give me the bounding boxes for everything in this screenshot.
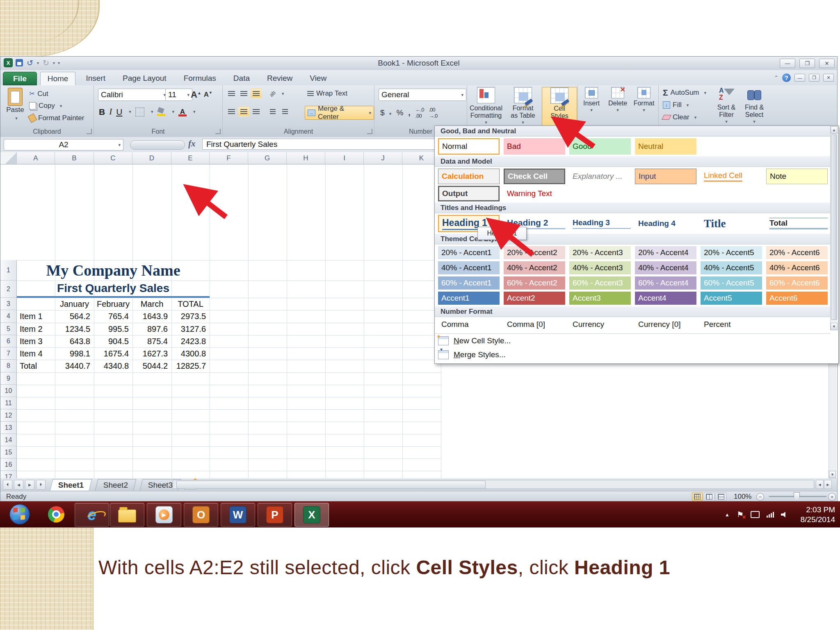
horizontal-scroll-thumb[interactable] [176,481,486,489]
cell-value[interactable]: 12825.7 [171,360,210,372]
fill-button[interactable]: ↓ Fill ▾ [663,101,689,109]
cell-company-title[interactable]: My Company Name [17,260,210,281]
zoom-in-button[interactable]: + [828,493,836,501]
column-header-F[interactable]: F [210,152,248,164]
underline-button[interactable]: U [116,107,122,117]
style-item-40-accent2[interactable]: 40% - Accent2 [504,261,565,274]
style-item-check-cell[interactable]: Check Cell [504,169,565,184]
underline-dropdown-icon[interactable]: ▾ [129,109,131,114]
style-item-20-accent1[interactable]: 20% - Accent1 [438,246,500,259]
fill-dropdown-icon[interactable]: ▾ [687,103,689,108]
close-button[interactable]: ✕ [819,59,835,68]
column-header-J[interactable]: J [364,152,402,164]
tab-file[interactable]: File [3,72,37,85]
increase-indent-button[interactable] [279,107,290,116]
style-item-accent6[interactable]: Accent6 [766,292,828,305]
cell-label-item-2[interactable]: Item 2 [17,323,55,335]
zoom-slider-thumb[interactable] [794,492,800,501]
row-header-6[interactable]: 6 [0,335,17,347]
gallery-menu-merge-styles-[interactable]: Merge Styles... [438,350,506,359]
cut-button[interactable]: ✂ Cut [29,89,48,98]
paste-dropdown-icon[interactable]: ▾ [15,116,18,121]
style-item-40-accent1[interactable]: 40% - Accent1 [438,261,500,274]
row-header-16[interactable]: 16 [0,459,17,471]
style-item-explanatory-[interactable]: Explanatory ... [569,169,631,184]
fill-color-dropdown-icon[interactable]: ▾ [172,109,174,114]
align-right-button[interactable] [251,107,262,116]
cell-header-march[interactable]: March [132,298,171,310]
cell-label-total[interactable]: Total [17,360,55,372]
restore-button[interactable]: ❐ [799,59,815,68]
style-item-40-accent4[interactable]: 40% - Accent4 [635,261,696,274]
cell-value[interactable]: 897.6 [132,323,171,335]
style-item-currency[interactable]: Currency [569,319,631,330]
tray-expand-icon[interactable]: ▲ [725,512,730,518]
action-center-flag-icon[interactable]: ⚑ [737,510,744,519]
bold-button[interactable]: B [99,107,105,117]
cell-value[interactable]: 1643.9 [132,310,171,323]
clipboard-dialog-launcher[interactable] [87,129,92,134]
taskbar-app-chrome[interactable] [39,503,73,526]
column-header-D[interactable]: D [132,152,171,164]
wrap-text-button[interactable]: Wrap Text [307,89,347,98]
cell-value[interactable]: 2423.8 [171,335,210,347]
style-item-comma-0-[interactable]: Comma [0] [504,319,565,330]
number-format-combo[interactable]: General▾ [379,89,466,101]
cell-value[interactable]: 5044.2 [132,360,171,372]
name-box-dropdown-icon[interactable]: ▾ [118,142,121,148]
style-item-percent[interactable]: Percent [701,319,762,330]
clear-dropdown-icon[interactable]: ▾ [694,115,697,120]
merge-center-dropdown-icon[interactable]: ▾ [369,110,371,116]
page-layout-view-button[interactable] [704,493,714,501]
format-painter-button[interactable]: Format Painter [29,114,84,122]
italic-button[interactable]: I [109,107,112,117]
gallery-scroll-down-icon[interactable]: ▼ [831,323,838,330]
borders-icon[interactable] [135,107,144,116]
row-header-13[interactable]: 13 [0,422,17,434]
row-header-2[interactable]: 2 [0,281,17,298]
first-sheet-icon[interactable]: ⏴ [3,480,12,490]
orientation-dropdown-icon[interactable]: ▾ [282,91,284,96]
page-break-view-button[interactable] [716,493,726,501]
fill-color-icon[interactable] [157,108,165,116]
style-item-normal[interactable]: Normal [438,138,500,155]
network-signal-icon[interactable] [767,512,774,518]
row-header-1[interactable]: 1 [0,260,17,281]
bottom-align-button[interactable] [251,89,262,98]
align-left-button[interactable] [226,107,237,116]
grow-font-button[interactable]: A▲ [191,89,201,100]
style-item-input[interactable]: Input [635,169,696,184]
style-item-heading-3[interactable]: Heading 3 [569,215,631,232]
font-color-icon[interactable]: A [178,107,187,116]
row-header-17[interactable]: 17 [0,471,17,478]
next-sheet-icon[interactable]: ► [25,480,34,490]
style-item-note[interactable]: Note [766,169,828,184]
style-item-60-accent5[interactable]: 60% - Accent5 [701,276,762,290]
horizontal-scrollbar[interactable] [173,480,814,489]
style-item-20-accent3[interactable]: 20% - Accent3 [569,246,631,259]
taskbar-app-internet-explorer[interactable]: e [75,503,109,527]
style-item-accent5[interactable]: Accent5 [701,292,762,305]
style-item-20-accent4[interactable]: 20% - Accent4 [635,246,696,259]
workbook-restore-icon[interactable]: ❐ [809,74,819,82]
cell-value[interactable]: 1675.4 [94,347,132,360]
last-sheet-icon[interactable]: ⏵ [36,480,46,490]
style-item-calculation[interactable]: Calculation [438,169,500,184]
style-item-output[interactable]: Output [438,186,500,201]
cell-label-item-3[interactable]: Item 3 [17,335,55,347]
style-item-bad[interactable]: Bad [504,138,565,155]
column-header-A[interactable]: A [17,152,55,164]
cell-value[interactable]: 904.5 [94,335,132,347]
cell-value[interactable]: 998.1 [55,347,94,360]
style-item-20-accent2[interactable]: 20% - Accent2 [504,246,565,259]
style-item-accent1[interactable]: Accent1 [438,292,500,305]
sheet-tab-sheet1[interactable]: Sheet1 [50,479,92,491]
accounting-format-button[interactable]: $ ▾ [380,108,391,117]
taskbar-app-outlook[interactable]: O [184,503,218,527]
cell-value[interactable]: 4340.8 [94,360,132,372]
gallery-menu-new-cell-style-[interactable]: New Cell Style... [438,336,511,345]
cell-value[interactable]: 765.4 [94,310,132,323]
style-item-total[interactable]: Total [766,215,828,232]
cell-value[interactable]: 2973.5 [171,310,210,323]
volume-icon[interactable] [781,512,788,518]
